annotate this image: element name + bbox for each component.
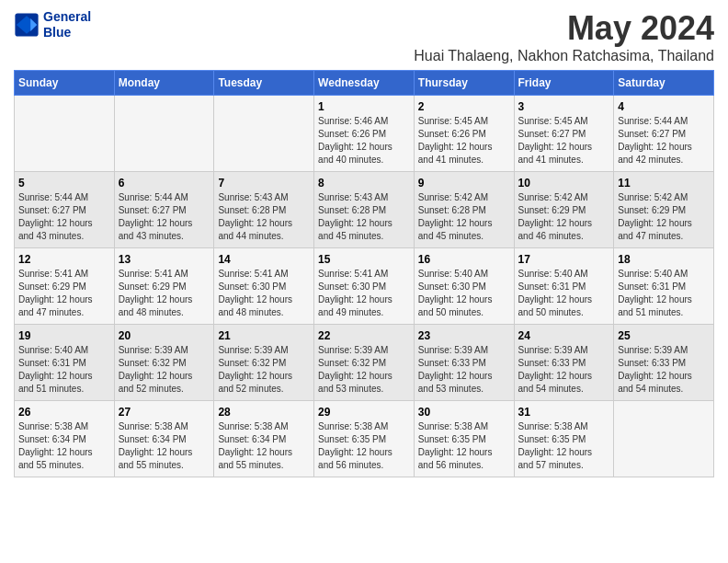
calendar-table: SundayMondayTuesdayWednesdayThursdayFrid…	[14, 70, 714, 477]
day-info: Sunrise: 5:45 AM Sunset: 6:26 PM Dayligh…	[418, 115, 510, 167]
day-header-wednesday: Wednesday	[314, 71, 415, 96]
day-info: Sunrise: 5:41 AM Sunset: 6:30 PM Dayligh…	[218, 268, 310, 319]
day-info: Sunrise: 5:40 AM Sunset: 6:30 PM Dayligh…	[418, 268, 510, 319]
day-number: 26	[18, 406, 110, 419]
day-header-monday: Monday	[114, 71, 214, 96]
day-info: Sunrise: 5:40 AM Sunset: 6:31 PM Dayligh…	[18, 344, 110, 396]
day-info: Sunrise: 5:43 AM Sunset: 6:28 PM Dayligh…	[218, 191, 310, 243]
day-number: 22	[318, 329, 410, 342]
calendar-cell	[15, 96, 115, 172]
calendar-cell: 25Sunrise: 5:39 AM Sunset: 6:33 PM Dayli…	[614, 325, 714, 401]
calendar-cell: 6Sunrise: 5:44 AM Sunset: 6:27 PM Daylig…	[114, 172, 214, 248]
page-header: General Blue May 2024 Huai Thalaeng, Nak…	[14, 9, 714, 64]
day-number: 12	[18, 253, 110, 266]
day-number: 29	[318, 406, 410, 419]
calendar-cell: 12Sunrise: 5:41 AM Sunset: 6:29 PM Dayli…	[15, 248, 115, 325]
calendar-cell: 15Sunrise: 5:41 AM Sunset: 6:30 PM Dayli…	[314, 248, 415, 325]
day-info: Sunrise: 5:38 AM Sunset: 6:34 PM Dayligh…	[218, 420, 310, 472]
calendar-body: 1Sunrise: 5:46 AM Sunset: 6:26 PM Daylig…	[15, 96, 714, 477]
day-info: Sunrise: 5:42 AM Sunset: 6:29 PM Dayligh…	[618, 191, 710, 243]
calendar-week-row: 26Sunrise: 5:38 AM Sunset: 6:34 PM Dayli…	[15, 401, 714, 477]
day-info: Sunrise: 5:42 AM Sunset: 6:28 PM Dayligh…	[418, 191, 510, 243]
day-info: Sunrise: 5:41 AM Sunset: 6:30 PM Dayligh…	[318, 268, 410, 319]
day-info: Sunrise: 5:41 AM Sunset: 6:29 PM Dayligh…	[119, 268, 210, 319]
calendar-cell: 28Sunrise: 5:38 AM Sunset: 6:34 PM Dayli…	[214, 401, 314, 477]
day-number: 16	[418, 253, 510, 266]
day-number: 14	[218, 253, 310, 266]
day-number: 25	[618, 329, 710, 342]
calendar-cell: 11Sunrise: 5:42 AM Sunset: 6:29 PM Dayli…	[614, 172, 714, 248]
day-info: Sunrise: 5:43 AM Sunset: 6:28 PM Dayligh…	[318, 191, 410, 243]
calendar-week-row: 5Sunrise: 5:44 AM Sunset: 6:27 PM Daylig…	[15, 172, 714, 248]
day-number: 28	[218, 406, 310, 419]
day-info: Sunrise: 5:39 AM Sunset: 6:32 PM Dayligh…	[318, 344, 410, 396]
calendar-cell: 22Sunrise: 5:39 AM Sunset: 6:32 PM Dayli…	[314, 325, 415, 401]
calendar-cell: 14Sunrise: 5:41 AM Sunset: 6:30 PM Dayli…	[214, 248, 314, 325]
day-number: 13	[119, 253, 210, 266]
day-number: 23	[418, 329, 510, 342]
calendar-cell: 8Sunrise: 5:43 AM Sunset: 6:28 PM Daylig…	[314, 172, 415, 248]
calendar-week-row: 19Sunrise: 5:40 AM Sunset: 6:31 PM Dayli…	[15, 325, 714, 401]
day-header-tuesday: Tuesday	[214, 71, 314, 96]
day-number: 3	[518, 100, 610, 113]
day-info: Sunrise: 5:41 AM Sunset: 6:29 PM Dayligh…	[18, 268, 110, 319]
day-info: Sunrise: 5:44 AM Sunset: 6:27 PM Dayligh…	[618, 115, 710, 167]
calendar-cell: 10Sunrise: 5:42 AM Sunset: 6:29 PM Dayli…	[514, 172, 614, 248]
day-number: 15	[318, 253, 410, 266]
calendar-cell: 24Sunrise: 5:39 AM Sunset: 6:33 PM Dayli…	[514, 325, 614, 401]
day-number: 27	[119, 406, 210, 419]
calendar-cell	[214, 96, 314, 172]
calendar-cell	[614, 401, 714, 477]
day-number: 4	[618, 100, 710, 113]
calendar-cell: 7Sunrise: 5:43 AM Sunset: 6:28 PM Daylig…	[214, 172, 314, 248]
calendar-week-row: 12Sunrise: 5:41 AM Sunset: 6:29 PM Dayli…	[15, 248, 714, 325]
day-number: 18	[618, 253, 710, 266]
calendar-cell: 21Sunrise: 5:39 AM Sunset: 6:32 PM Dayli…	[214, 325, 314, 401]
day-number: 10	[518, 177, 610, 190]
day-info: Sunrise: 5:39 AM Sunset: 6:32 PM Dayligh…	[218, 344, 310, 396]
day-info: Sunrise: 5:40 AM Sunset: 6:31 PM Dayligh…	[518, 268, 610, 319]
day-number: 24	[518, 329, 610, 342]
calendar-cell: 1Sunrise: 5:46 AM Sunset: 6:26 PM Daylig…	[314, 96, 415, 172]
day-number: 31	[518, 406, 610, 419]
day-number: 19	[18, 329, 110, 342]
calendar-cell: 29Sunrise: 5:38 AM Sunset: 6:35 PM Dayli…	[314, 401, 415, 477]
logo: General Blue	[14, 9, 91, 40]
day-header-friday: Friday	[514, 71, 614, 96]
day-number: 30	[418, 406, 510, 419]
day-info: Sunrise: 5:38 AM Sunset: 6:34 PM Dayligh…	[119, 420, 210, 472]
day-number: 11	[618, 177, 710, 190]
day-header-saturday: Saturday	[614, 71, 714, 96]
day-header-sunday: Sunday	[15, 71, 115, 96]
day-number: 8	[318, 177, 410, 190]
day-number: 21	[218, 329, 310, 342]
day-number: 7	[218, 177, 310, 190]
day-number: 6	[119, 177, 210, 190]
calendar-cell: 16Sunrise: 5:40 AM Sunset: 6:30 PM Dayli…	[414, 248, 514, 325]
calendar-cell: 13Sunrise: 5:41 AM Sunset: 6:29 PM Dayli…	[114, 248, 214, 325]
day-info: Sunrise: 5:44 AM Sunset: 6:27 PM Dayligh…	[18, 191, 110, 243]
day-info: Sunrise: 5:39 AM Sunset: 6:32 PM Dayligh…	[119, 344, 210, 396]
calendar-cell: 30Sunrise: 5:38 AM Sunset: 6:35 PM Dayli…	[414, 401, 514, 477]
title-area: May 2024 Huai Thalaeng, Nakhon Ratchasim…	[414, 9, 714, 64]
logo-text: General Blue	[43, 9, 91, 40]
calendar-cell: 5Sunrise: 5:44 AM Sunset: 6:27 PM Daylig…	[15, 172, 115, 248]
day-info: Sunrise: 5:38 AM Sunset: 6:35 PM Dayligh…	[318, 420, 410, 472]
day-number: 20	[119, 329, 210, 342]
day-info: Sunrise: 5:42 AM Sunset: 6:29 PM Dayligh…	[518, 191, 610, 243]
day-number: 17	[518, 253, 610, 266]
calendar-cell: 9Sunrise: 5:42 AM Sunset: 6:28 PM Daylig…	[414, 172, 514, 248]
day-info: Sunrise: 5:39 AM Sunset: 6:33 PM Dayligh…	[418, 344, 510, 396]
calendar-cell: 2Sunrise: 5:45 AM Sunset: 6:26 PM Daylig…	[414, 96, 514, 172]
day-info: Sunrise: 5:39 AM Sunset: 6:33 PM Dayligh…	[518, 344, 610, 396]
calendar-cell: 31Sunrise: 5:38 AM Sunset: 6:35 PM Dayli…	[514, 401, 614, 477]
day-number: 1	[318, 100, 410, 113]
calendar-cell: 27Sunrise: 5:38 AM Sunset: 6:34 PM Dayli…	[114, 401, 214, 477]
calendar-cell: 26Sunrise: 5:38 AM Sunset: 6:34 PM Dayli…	[15, 401, 115, 477]
day-info: Sunrise: 5:38 AM Sunset: 6:35 PM Dayligh…	[418, 420, 510, 472]
calendar-subtitle: Huai Thalaeng, Nakhon Ratchasima, Thaila…	[414, 48, 714, 64]
calendar-cell: 4Sunrise: 5:44 AM Sunset: 6:27 PM Daylig…	[614, 96, 714, 172]
day-info: Sunrise: 5:44 AM Sunset: 6:27 PM Dayligh…	[119, 191, 210, 243]
day-number: 5	[18, 177, 110, 190]
calendar-cell	[114, 96, 214, 172]
